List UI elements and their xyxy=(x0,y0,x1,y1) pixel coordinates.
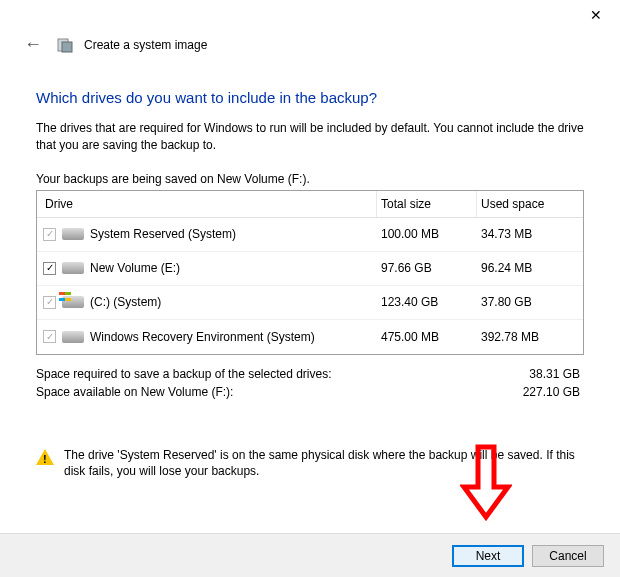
drive-checkbox xyxy=(43,228,56,241)
drive-icon xyxy=(62,331,84,343)
wizard-footer: Next Cancel xyxy=(0,533,620,577)
drive-used-space: 392.78 MB xyxy=(477,330,583,344)
table-row[interactable]: System Reserved (System)100.00 MB34.73 M… xyxy=(37,218,583,252)
table-row[interactable]: New Volume (E:)97.66 GB96.24 MB xyxy=(37,252,583,286)
page-heading: Which drives do you want to include in t… xyxy=(36,89,584,106)
wizard-title: Create a system image xyxy=(84,38,207,52)
drive-checkbox xyxy=(43,330,56,343)
drive-name: (C:) (System) xyxy=(90,295,161,309)
drive-checkbox[interactable] xyxy=(43,262,56,275)
col-header-total[interactable]: Total size xyxy=(377,191,477,217)
drive-icon xyxy=(62,262,84,274)
windows-drive-icon xyxy=(62,296,84,308)
drive-icon xyxy=(62,228,84,240)
cancel-button[interactable]: Cancel xyxy=(532,545,604,567)
page-subtext: The drives that are required for Windows… xyxy=(36,120,584,154)
space-required-label: Space required to save a backup of the s… xyxy=(36,367,332,381)
drive-used-space: 37.80 GB xyxy=(477,295,583,309)
titlebar: ✕ xyxy=(0,0,620,30)
wizard-header: ← Create a system image xyxy=(0,30,620,59)
drive-name: New Volume (E:) xyxy=(90,261,180,275)
drive-cell: (C:) (System) xyxy=(37,295,377,309)
space-available-value: 227.10 GB xyxy=(523,385,580,399)
next-button[interactable]: Next xyxy=(452,545,524,567)
space-summary: Space required to save a backup of the s… xyxy=(36,365,584,401)
drive-checkbox xyxy=(43,296,56,309)
drive-total-size: 100.00 MB xyxy=(377,227,477,241)
drive-used-space: 34.73 MB xyxy=(477,227,583,241)
drive-name: Windows Recovery Environment (System) xyxy=(90,330,315,344)
drive-used-space: 96.24 MB xyxy=(477,261,583,275)
drive-cell: New Volume (E:) xyxy=(37,261,377,275)
table-row[interactable]: (C:) (System)123.40 GB37.80 GB xyxy=(37,286,583,320)
space-available-label: Space available on New Volume (F:): xyxy=(36,385,233,399)
drive-total-size: 97.66 GB xyxy=(377,261,477,275)
warning-icon xyxy=(36,449,54,465)
system-image-icon xyxy=(56,36,74,54)
close-icon[interactable]: ✕ xyxy=(580,3,612,27)
drive-grid: Drive Total size Used space System Reser… xyxy=(36,190,584,355)
drive-total-size: 475.00 MB xyxy=(377,330,477,344)
table-row[interactable]: Windows Recovery Environment (System)475… xyxy=(37,320,583,354)
drive-cell: System Reserved (System) xyxy=(37,227,377,241)
drive-name: System Reserved (System) xyxy=(90,227,236,241)
drive-total-size: 123.40 GB xyxy=(377,295,477,309)
warning-text: The drive 'System Reserved' is on the sa… xyxy=(64,447,584,481)
drive-cell: Windows Recovery Environment (System) xyxy=(37,330,377,344)
col-header-drive[interactable]: Drive xyxy=(37,191,377,217)
warning-block: The drive 'System Reserved' is on the sa… xyxy=(36,447,584,481)
content-area: Which drives do you want to include in t… xyxy=(0,59,620,490)
col-header-used[interactable]: Used space xyxy=(477,191,583,217)
space-required-value: 38.31 GB xyxy=(529,367,580,381)
save-target-label: Your backups are being saved on New Volu… xyxy=(36,172,584,186)
back-arrow-icon[interactable]: ← xyxy=(20,34,46,55)
svg-rect-1 xyxy=(62,42,72,52)
grid-header: Drive Total size Used space xyxy=(37,191,583,218)
